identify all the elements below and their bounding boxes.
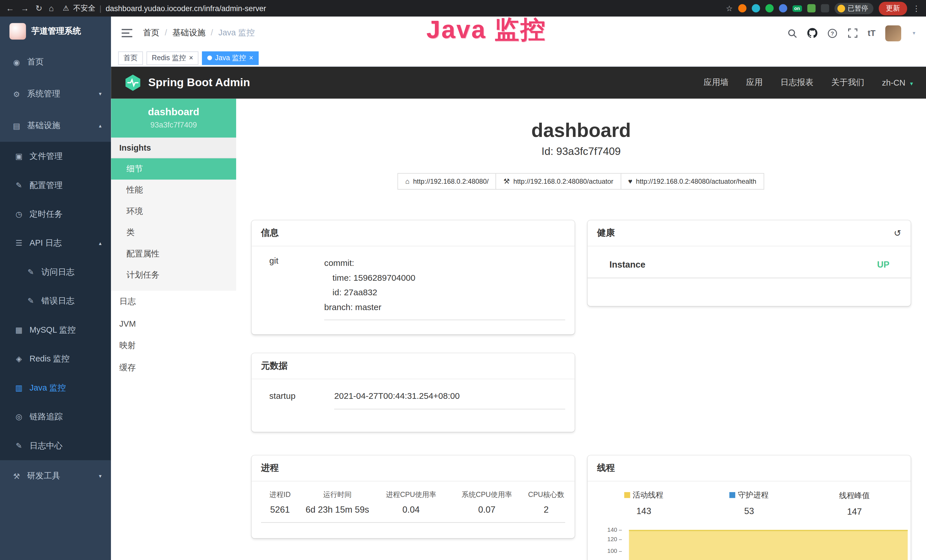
redis-icon: ◈ [14, 354, 24, 363]
service-url-button[interactable]: ⌂ http://192.168.0.2:48080/ [398, 173, 496, 190]
header-actions: ? tT ▾ [787, 25, 915, 41]
sba-item-environment[interactable]: 环境 [111, 201, 236, 222]
sba-nav-wallboard[interactable]: 应用墙 [704, 77, 728, 88]
health-card: 健康 ↺ Instance UP [587, 221, 911, 306]
forward-icon[interactable]: → [21, 4, 29, 12]
sidebar-item-scheduled-tasks[interactable]: ◷ 定时任务 [0, 200, 111, 229]
sidebar-item-java-monitor[interactable]: ▥ Java 监控 [0, 374, 111, 402]
user-avatar[interactable] [885, 25, 902, 41]
browser-window: ← → ↻ ⌂ ⚠ 不安全 | dashboard.yudao.iocoder.… [0, 0, 926, 560]
reload-icon[interactable]: ↻ [35, 4, 42, 12]
sba-item-logs[interactable]: 日志 [111, 291, 236, 313]
legend-live-value: 143 [591, 506, 696, 516]
breadcrumb-home[interactable]: 首页 [143, 28, 167, 38]
sidebar-item-infrastructure[interactable]: ▤ 基础设施 ▴ [0, 110, 111, 142]
bookmark-star-icon[interactable]: ☆ [726, 4, 732, 12]
info-key: git [269, 256, 324, 320]
sidebar-item-system[interactable]: ⚙ 系统管理 ▾ [0, 78, 111, 110]
sba-item-classes[interactable]: 类 [111, 222, 236, 244]
sidebar-item-file-management[interactable]: ▣ 文件管理 [0, 142, 111, 171]
browser-menu-icon[interactable]: ⋮ [912, 4, 920, 12]
sidebar-item-link-tracing[interactable]: ◎ 链路追踪 [0, 402, 111, 431]
browser-extension-icon-1[interactable] [738, 4, 746, 12]
sba-main-content: dashboard Id: 93a3fc7f7409 ⌂ http://192.… [236, 99, 926, 560]
mysql-icon: ▦ [14, 325, 24, 334]
help-icon[interactable]: ? [828, 28, 838, 38]
sidebar-item-access-logs[interactable]: ✎ 访问日志 [0, 257, 111, 286]
sba-section-insights: Insights [111, 138, 236, 158]
sidebar-item-error-logs[interactable]: ✎ 错误日志 [0, 286, 111, 315]
browser-extension-icon-2[interactable] [752, 4, 760, 12]
file-icon: ▣ [14, 152, 24, 160]
sidebar-item-api-logs[interactable]: ☰ API 日志 ▴ [0, 229, 111, 257]
annotation-text: Java 监控 [426, 13, 546, 46]
info-card-title: 信息 [251, 221, 575, 247]
close-icon[interactable]: × [249, 54, 253, 62]
browser-toolbar-right: ☆ on 已暂停 更新 ⋮ [726, 2, 920, 15]
tab-label: 首页 [124, 53, 138, 63]
github-icon[interactable] [807, 28, 817, 38]
url-text: dashboard.yudao.iocoder.cn/infra/admin-s… [106, 4, 266, 12]
address-bar[interactable]: ⚠ 不安全 | dashboard.yudao.iocoder.cn/infra… [63, 3, 719, 13]
active-dot [207, 56, 212, 61]
health-url-button[interactable]: ♥ http://192.168.0.2:48080/actuator/heal… [620, 173, 764, 190]
sba-item-scheduled-tasks[interactable]: 计划任务 [111, 265, 236, 286]
tags-view-bar: 首页 Redis 监控 × Java 监控 × [111, 50, 926, 67]
fullscreen-icon[interactable] [847, 28, 858, 38]
y-axis-tick: 100 [587, 548, 622, 554]
infrastructure-icon: ▤ [12, 121, 21, 130]
health-instance-row[interactable]: Instance UP [587, 247, 911, 278]
back-icon[interactable]: ← [6, 4, 14, 12]
sba-item-caches[interactable]: 缓存 [111, 357, 236, 380]
search-icon[interactable] [787, 28, 797, 38]
tab-home[interactable]: 首页 [118, 51, 143, 65]
sba-nav-applications[interactable]: 应用 [746, 77, 763, 88]
process-header: 运行时间 [303, 490, 372, 500]
app-logo[interactable]: 芋道管理系统 [0, 17, 111, 46]
browser-extension-icon-4[interactable] [779, 4, 787, 12]
tab-label: Java 监控 [215, 53, 246, 63]
sidebar-item-label: 文件管理 [30, 151, 63, 162]
close-icon[interactable]: × [189, 54, 194, 62]
metadata-value: 2021-04-27T00:44:31.254+08:00 [334, 391, 565, 409]
sba-brand[interactable]: Spring Boot Admin [124, 74, 250, 92]
sba-item-details[interactable]: 细节 [111, 158, 236, 180]
sba-item-jvm[interactable]: JVM [111, 313, 236, 334]
browser-update-button[interactable]: 更新 [879, 2, 907, 15]
history-icon[interactable]: ↺ [894, 228, 901, 239]
avatar-caret-icon[interactable]: ▾ [912, 30, 915, 36]
sba-locale-select[interactable]: zh-CN ▾ [882, 78, 913, 87]
sba-item-config-props[interactable]: 配置属性 [111, 243, 236, 265]
browser-extension-icon-6[interactable] [820, 4, 829, 12]
home-icon[interactable]: ⌂ [49, 4, 54, 12]
sba-instance-id: 93a3fc7f7409 [117, 120, 230, 129]
sba-sidebar: dashboard 93a3fc7f7409 Insights 细节 性能 环境… [111, 99, 236, 560]
tab-java-monitor[interactable]: Java 监控 × [202, 51, 259, 65]
sidebar-item-log-center[interactable]: ✎ 日志中心 [0, 431, 111, 460]
browser-extension-on-badge[interactable]: on [792, 5, 802, 12]
legend-square-live [624, 492, 630, 498]
main-pane: 首页 基础设施 Java 监控 ? [111, 17, 926, 560]
actuator-url-button[interactable]: ⚒ http://192.168.0.2:48080/actuator [496, 173, 621, 190]
sba-nav-about[interactable]: 关于我们 [831, 77, 864, 88]
breadcrumb-infrastructure[interactable]: 基础设施 [172, 28, 213, 38]
font-size-icon[interactable]: tT [868, 28, 876, 38]
sba-item-mappings[interactable]: 映射 [111, 334, 236, 357]
sba-instance-header[interactable]: dashboard 93a3fc7f7409 [111, 99, 236, 138]
sidebar-item-redis-monitor[interactable]: ◈ Redis 监控 [0, 344, 111, 373]
sidebar-item-home[interactable]: ◉ 首页 [0, 46, 111, 78]
sba-item-metrics[interactable]: 性能 [111, 180, 236, 201]
paused-badge[interactable]: 已暂停 [834, 3, 873, 14]
browser-extension-icon-5[interactable] [807, 4, 816, 12]
tab-redis-monitor[interactable]: Redis 监控 × [147, 51, 198, 65]
browser-extension-icon-3[interactable] [765, 4, 773, 12]
cards-left-column: 信息 git commit: time: 1596289704000 id: 2… [251, 221, 575, 560]
sba-nav-journal[interactable]: 日志报表 [780, 77, 813, 88]
live-threads-area [629, 530, 908, 560]
process-value: 2 [524, 505, 569, 515]
sidebar-item-mysql-monitor[interactable]: ▦ MySQL 监控 [0, 316, 111, 344]
sidebar-item-config-management[interactable]: ✎ 配置管理 [0, 171, 111, 200]
breadcrumb-current: Java 监控 [218, 28, 255, 38]
sidebar-item-dev-tools[interactable]: ⚒ 研发工具 ▾ [0, 460, 111, 492]
hamburger-icon[interactable] [122, 29, 132, 37]
